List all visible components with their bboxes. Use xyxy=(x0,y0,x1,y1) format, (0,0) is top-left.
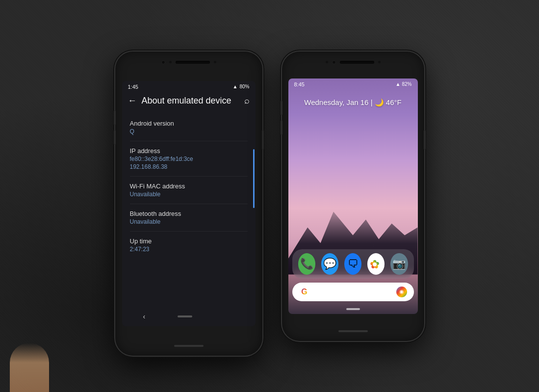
item-value-uptime: 2:47:23 xyxy=(130,246,248,253)
google-mic-button[interactable]: ◉ xyxy=(396,287,407,297)
app-dock: 📞 💬 🗨 📷 xyxy=(292,249,414,279)
home-status-icons: ▲ 82% xyxy=(396,81,412,87)
google-g-logo: G xyxy=(299,287,310,297)
back-nav-button[interactable]: ‹ xyxy=(133,311,155,322)
home-wifi-icon: ▲ xyxy=(396,81,401,87)
item-value-ip-2: 192.168.86.38 xyxy=(130,163,248,170)
home-status-bar: 8:45 ▲ 82% xyxy=(288,78,418,88)
mic-icon: ◉ xyxy=(399,288,404,295)
phone-left: 1:45 ▲ 80% ← About emulated device ⌕ And… xyxy=(115,52,262,356)
sensor-2 xyxy=(214,61,216,63)
volume-down-button[interactable] xyxy=(114,130,116,145)
hand-hint xyxy=(10,343,49,392)
wifi-icon: ▲ xyxy=(233,84,238,89)
front-camera-right xyxy=(332,60,336,64)
settings-content: Android version Q IP address fe80::3e28:… xyxy=(122,110,256,307)
dock-camera-app[interactable]: 📷 xyxy=(390,253,408,275)
phone-right: 8:45 ▲ 82% Wednesday, Jan 16 | 🌙 46°F 📞 … xyxy=(282,52,424,341)
home-indicator[interactable] xyxy=(178,315,192,317)
home-pill-indicator[interactable] xyxy=(346,308,360,310)
volume-up-button[interactable] xyxy=(114,110,116,125)
dock-photos-app[interactable] xyxy=(367,253,385,275)
item-label-wifi-mac: Wi-Fi MAC address xyxy=(130,183,248,190)
earpiece-right xyxy=(340,61,374,64)
home-nav-bar xyxy=(288,305,418,314)
item-value-wifi-mac: Unavailable xyxy=(130,191,248,198)
power-button-right[interactable] xyxy=(424,130,426,150)
front-camera xyxy=(161,60,165,64)
scroll-indicator xyxy=(253,149,255,208)
dock-messages-app[interactable]: 💬 xyxy=(321,253,338,275)
top-sensor-bar-right xyxy=(326,60,381,64)
status-bar: 1:45 ▲ 80% xyxy=(122,81,256,92)
right-phone-screen: 8:45 ▲ 82% Wednesday, Jan 16 | 🌙 46°F 📞 … xyxy=(288,78,418,314)
settings-screen: 1:45 ▲ 80% ← About emulated device ⌕ And… xyxy=(122,81,256,326)
page-title: About emulated device xyxy=(142,96,239,106)
volume-up-right[interactable] xyxy=(281,101,282,115)
item-label-android-version: Android version xyxy=(130,120,248,127)
sensor-right-1 xyxy=(326,61,328,63)
settings-item-ip[interactable]: IP address fe80::3e28:6dff:fe1d:3ce 192.… xyxy=(122,141,256,176)
item-value-ip-1: fe80::3e28:6dff:fe1d:3ce xyxy=(130,156,248,162)
settings-item-bluetooth[interactable]: Bluetooth address Unavailable xyxy=(122,204,256,231)
item-value-bluetooth: Unavailable xyxy=(130,218,248,225)
bottom-bar xyxy=(174,345,204,347)
status-time: 1:45 xyxy=(128,84,138,90)
power-button[interactable] xyxy=(262,130,264,150)
date-display: Wednesday, Jan 16 | 🌙 46°F xyxy=(293,98,413,107)
home-screen: 8:45 ▲ 82% Wednesday, Jan 16 | 🌙 46°F 📞 … xyxy=(288,78,418,314)
item-label-bluetooth: Bluetooth address xyxy=(130,210,248,217)
home-status-time: 8:45 xyxy=(294,81,305,87)
date-weather-widget: Wednesday, Jan 16 | 🌙 46°F xyxy=(288,88,418,112)
dock-messenger-app[interactable]: 🗨 xyxy=(344,253,361,275)
messenger-app-icon: 🗨 xyxy=(348,258,359,270)
messages-app-icon: 💬 xyxy=(323,258,336,270)
settings-item-wifi-mac[interactable]: Wi-Fi MAC address Unavailable xyxy=(122,177,256,204)
photos-app-icon xyxy=(370,258,383,270)
left-phone-screen: 1:45 ▲ 80% ← About emulated device ⌕ And… xyxy=(122,81,256,326)
settings-header: ← About emulated device ⌕ xyxy=(122,92,256,110)
item-label-ip: IP address xyxy=(130,147,248,155)
sensor xyxy=(169,61,172,63)
top-sensor-bar xyxy=(161,60,216,64)
battery-icon: 80% xyxy=(239,84,249,89)
phone-app-icon: 📞 xyxy=(300,258,313,270)
item-value-android-version: Q xyxy=(130,128,248,135)
google-logo-letter: G xyxy=(301,287,307,296)
item-label-uptime: Up time xyxy=(130,237,248,245)
search-button[interactable]: ⌕ xyxy=(244,96,250,106)
earpiece-speaker xyxy=(176,61,210,64)
home-battery-icon: 82% xyxy=(402,81,411,87)
sensor-right-2 xyxy=(378,61,381,63)
settings-item-uptime[interactable]: Up time 2:47:23 xyxy=(122,232,256,259)
google-search-bar[interactable]: G ◉ xyxy=(292,283,414,301)
settings-item-android-version[interactable]: Android version Q xyxy=(122,114,256,141)
volume-down-right[interactable] xyxy=(281,120,282,135)
status-icons: ▲ 80% xyxy=(233,84,250,89)
bottom-bar-right xyxy=(338,330,368,332)
settings-nav-bar: ‹ xyxy=(122,307,256,326)
dock-phone-app[interactable]: 📞 xyxy=(298,253,315,275)
camera-app-icon: 📷 xyxy=(392,258,406,270)
back-button[interactable]: ← xyxy=(128,96,137,106)
home-spacer xyxy=(288,112,418,249)
